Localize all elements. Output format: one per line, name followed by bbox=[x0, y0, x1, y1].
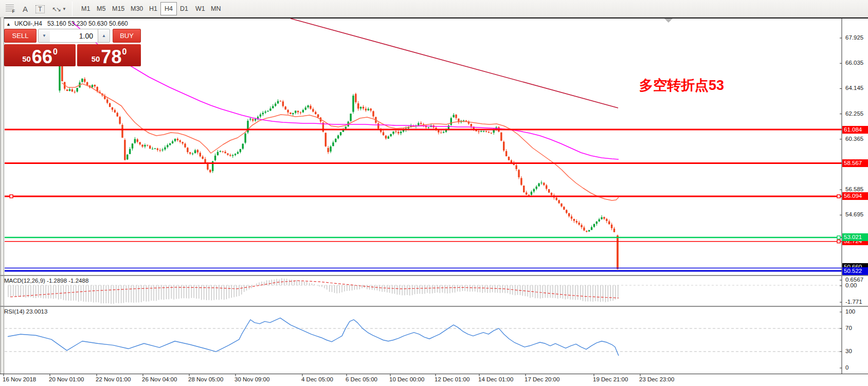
rsi-indicator-label: RSI(14) 23.0013 bbox=[4, 308, 47, 315]
price-axis-label: 66.035 bbox=[845, 60, 863, 66]
sell-price-big: 66 bbox=[32, 49, 52, 65]
price-axis-label: 62.255 bbox=[845, 111, 863, 117]
rsi-axis-label: 0 bbox=[845, 364, 848, 371]
volume-input[interactable] bbox=[50, 29, 98, 43]
sell-price-prefix: 50 bbox=[22, 54, 31, 63]
symbol-period-label: UKOil-,H4 bbox=[14, 20, 42, 27]
price-axis-label: 60.365 bbox=[845, 136, 863, 142]
buy-price-prefix: 50 bbox=[92, 54, 100, 63]
time-axis-label: 14 Dec 01:00 bbox=[478, 376, 513, 382]
ohlc-values: 53.160 53.230 50.630 50.660 bbox=[47, 20, 128, 27]
buy-button[interactable]: BUY bbox=[113, 29, 141, 43]
price-axis-label: 56.585 bbox=[845, 186, 863, 192]
buy-price-panel[interactable]: 50780 bbox=[77, 44, 141, 66]
time-axis-label: 19 Dec 21:00 bbox=[593, 376, 628, 382]
macd-axis-label: -1.771 bbox=[845, 299, 862, 305]
time-axis-label: 28 Nov 05:00 bbox=[188, 376, 223, 382]
time-axis-label: 20 Nov 01:00 bbox=[49, 376, 84, 382]
macd-indicator-label: MACD(12,26,9) -1.2898 -1.2488 bbox=[4, 278, 88, 284]
one-click-trading-panel: SELL ▼ ▲ BUY 50660 50780 bbox=[4, 29, 141, 66]
time-axis-label: 4 Dec 05:00 bbox=[301, 376, 333, 382]
window-left-edge bbox=[0, 17, 4, 374]
rsi-axis-label: 100 bbox=[845, 308, 855, 315]
collapse-panel-icon[interactable]: ▲ bbox=[6, 22, 11, 27]
sell-price-sup: 0 bbox=[53, 47, 58, 57]
price-axis-label: 67.925 bbox=[845, 34, 863, 41]
time-axis-label: 16 Nov 2018 bbox=[3, 376, 36, 382]
time-axis-label: 17 Dec 20:00 bbox=[525, 376, 559, 382]
volume-decrease-button[interactable]: ▼ bbox=[38, 29, 50, 43]
level-price-badge: 56.094 bbox=[842, 192, 868, 200]
rsi-axis-label: 30 bbox=[845, 348, 852, 354]
level-price-badge: 50.522 bbox=[842, 267, 868, 275]
volume-increase-button[interactable]: ▲ bbox=[98, 29, 110, 43]
time-axis-border bbox=[0, 374, 868, 374]
level-price-badge: 58.567 bbox=[842, 159, 868, 167]
macd-pane-splitter[interactable] bbox=[0, 275, 868, 276]
macd-axis-label: 0.00 bbox=[845, 282, 857, 288]
sell-button[interactable]: SELL bbox=[4, 29, 37, 43]
sell-price-panel[interactable]: 50660 bbox=[4, 44, 76, 66]
rsi-axis-label: 70 bbox=[845, 325, 852, 331]
time-axis-label: 10 Dec 00:00 bbox=[389, 376, 424, 382]
buy-price-big: 78 bbox=[101, 49, 121, 65]
rsi-pane-splitter[interactable] bbox=[0, 306, 868, 307]
time-axis-label: 6 Dec 05:00 bbox=[346, 376, 377, 382]
chart-title: ▲UKOil-,H453.160 53.230 50.630 50.660 bbox=[6, 20, 128, 27]
chart-annotation-text[interactable]: 多空转折点53 bbox=[639, 76, 724, 95]
level-price-badge: 61.084 bbox=[842, 126, 868, 134]
buy-price-sup: 0 bbox=[122, 47, 126, 57]
time-axis-label: 12 Dec 01:00 bbox=[435, 376, 469, 382]
level-price-badge: 53.021 bbox=[842, 233, 868, 241]
time-axis-label: 26 Nov 04:00 bbox=[142, 376, 177, 382]
mt4-window: F A T ↖↘▼ M1M5M15M30H1H4D1W1MN ▲UKOil-,H… bbox=[0, 0, 868, 386]
chart-shift-marker-icon[interactable] bbox=[664, 19, 673, 23]
time-axis-label: 30 Nov 09:00 bbox=[234, 376, 269, 382]
time-axis-label: 23 Dec 23:00 bbox=[639, 376, 674, 382]
price-axis-label: 54.695 bbox=[845, 211, 863, 217]
time-axis-label: 22 Nov 01:00 bbox=[96, 376, 131, 382]
price-axis-label: 64.145 bbox=[845, 85, 863, 91]
